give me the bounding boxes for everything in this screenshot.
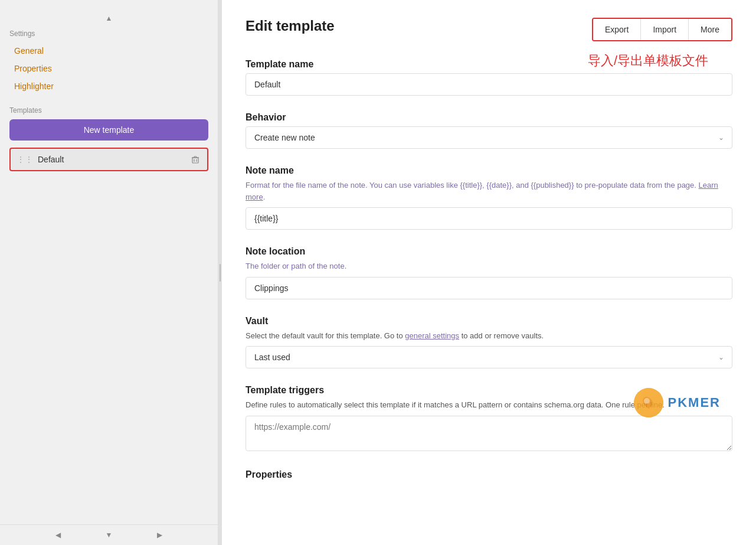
vault-select-wrapper: Last used ⌄ xyxy=(246,346,732,368)
sidebar-bottom-arrows: ◀ ▼ ▶ xyxy=(0,524,218,545)
template-triggers-input-wrapper: PKMER xyxy=(246,416,732,453)
template-triggers-section: Template triggers Define rules to automa… xyxy=(246,385,732,453)
vault-description: Select the default vault for this templa… xyxy=(246,330,732,342)
template-triggers-textarea[interactable] xyxy=(246,416,732,451)
pkmer-logo-svg xyxy=(634,388,663,417)
page-header: Edit template Export Import More xyxy=(246,18,732,41)
behavior-section: Behavior Create new note ⌄ xyxy=(246,112,732,149)
sidebar-scroll: ▲ Settings General Properties Highlighte… xyxy=(0,0,218,524)
pkmer-text-label: PKMER xyxy=(668,395,721,410)
note-name-label: Note name xyxy=(246,165,732,176)
general-settings-link[interactable]: general settings xyxy=(405,331,459,340)
properties-section-label: Properties xyxy=(246,469,732,480)
pkmer-logo-circle xyxy=(634,388,663,417)
note-location-description: The folder or path of the note. xyxy=(246,260,732,272)
sidebar-item-properties[interactable]: Properties xyxy=(9,60,208,77)
behavior-select[interactable]: Create new note xyxy=(246,126,732,149)
new-template-button[interactable]: New template xyxy=(9,119,208,141)
note-location-label: Note location xyxy=(246,246,732,257)
template-name-input[interactable] xyxy=(246,73,732,96)
behavior-label: Behavior xyxy=(246,112,732,123)
svg-rect-0 xyxy=(192,158,198,163)
behavior-select-wrapper: Create new note ⌄ xyxy=(246,126,732,149)
learn-more-period: . xyxy=(263,192,266,201)
divider-handle xyxy=(220,264,221,282)
template-item-default[interactable]: ⋮⋮ Default xyxy=(9,148,208,171)
note-location-section: Note location The folder or path of the … xyxy=(246,246,732,299)
vault-section: Vault Select the default vault for this … xyxy=(246,316,732,369)
sidebar-item-highlighter[interactable]: Highlighter xyxy=(9,78,208,94)
note-location-input[interactable] xyxy=(246,277,732,299)
scroll-up-arrow[interactable]: ▲ xyxy=(101,12,117,25)
vault-select[interactable]: Last used xyxy=(246,346,732,368)
main-content: Edit template Export Import More 导入/导出单模… xyxy=(222,0,756,545)
sidebar: ▲ Settings General Properties Highlighte… xyxy=(0,0,218,545)
sidebar-item-general[interactable]: General xyxy=(9,43,208,59)
svg-point-5 xyxy=(644,398,650,404)
template-item-name: Default xyxy=(38,155,64,164)
vault-description-start: Select the default vault for this templa… xyxy=(246,331,405,340)
trash-icon xyxy=(191,155,200,164)
note-name-description-text: Format for the file name of the note. Yo… xyxy=(246,181,699,190)
import-button[interactable]: Import xyxy=(641,19,689,40)
header-buttons: Export Import More xyxy=(592,18,732,41)
pkmer-watermark: PKMER xyxy=(634,388,721,417)
export-button[interactable]: Export xyxy=(593,19,641,40)
vault-label: Vault xyxy=(246,316,732,327)
settings-section-label: Settings xyxy=(9,30,208,38)
note-name-section: Note name Format for the file name of th… xyxy=(246,165,732,230)
more-button[interactable]: More xyxy=(689,19,731,40)
templates-section: Templates New template ⋮⋮ Default xyxy=(9,106,208,171)
header-buttons-container: Export Import More xyxy=(592,18,732,41)
drag-handle-icon: ⋮⋮ xyxy=(17,155,33,164)
template-item-left: ⋮⋮ Default xyxy=(17,155,64,164)
page-title: Edit template xyxy=(246,18,335,34)
note-name-input[interactable] xyxy=(246,207,732,230)
scroll-right-arrow[interactable]: ▶ xyxy=(152,528,167,541)
scroll-left-arrow[interactable]: ◀ xyxy=(51,528,66,541)
template-delete-button[interactable] xyxy=(189,154,201,165)
templates-section-label: Templates xyxy=(9,106,208,115)
vault-description-end: to add or remove vaults. xyxy=(459,331,544,340)
chinese-annotation: 导入/导出单模板文件 xyxy=(588,52,708,70)
scroll-down-arrow[interactable]: ▼ xyxy=(101,528,117,541)
note-name-description: Format for the file name of the note. Yo… xyxy=(246,180,732,203)
